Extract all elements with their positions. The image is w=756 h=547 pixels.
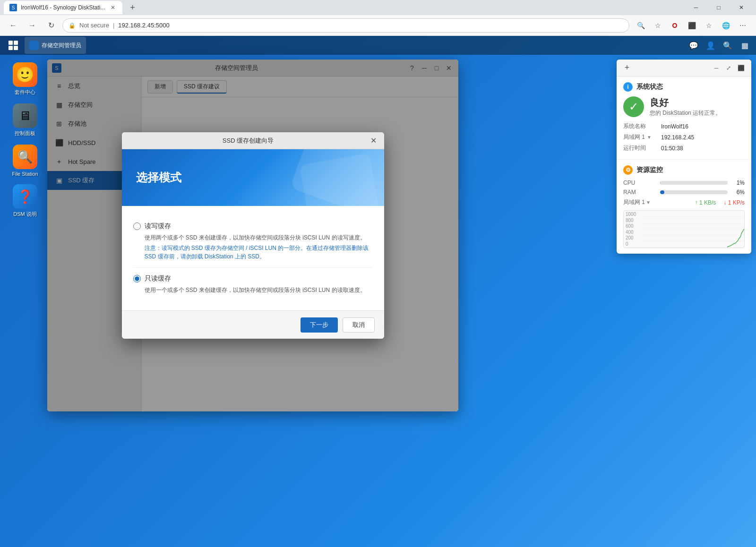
chart-label-200: 200 [626, 235, 636, 240]
address-bar[interactable]: 🔒 Not secure | 192.168.2.45:5000 [62, 18, 629, 33]
resource-section: ⚙ 资源监控 CPU 1% RAM 6% 局域网 1 ▼ [617, 160, 751, 254]
back-button[interactable]: ← [6, 18, 21, 33]
lock-icon: 🔒 [69, 22, 76, 29]
new-tab-button[interactable]: + [126, 1, 139, 14]
ram-bar-container [660, 190, 728, 194]
wizard-body: 读写缓存 使用两个或多个 SSD 来创建缓存，以加快存储空间或段落分块 iSCS… [122, 206, 384, 310]
maximize-button[interactable]: □ [708, 0, 730, 15]
status-good-text: 良好 [650, 96, 721, 109]
package-center-icon[interactable]: 🙂 套件中心 [4, 60, 46, 99]
refresh-button[interactable]: ↻ [43, 18, 59, 33]
lan-label: 局域网 1 ▼ [623, 133, 661, 141]
status-good-sub: 您的 DiskStation 运转正常。 [650, 109, 721, 117]
cpu-bar [660, 181, 661, 185]
cpu-percent: 1% [731, 179, 745, 186]
storage-app-icon [29, 41, 39, 50]
taskbar-storage-app[interactable]: 存储空间管理员 [25, 37, 86, 54]
lan-row: 局域网 1 ▼ 192.168.2.45 [623, 132, 745, 143]
dsm-help-label: DSM 说明 [13, 211, 37, 218]
status-good-text-area: 良好 您的 DiskStation 运转正常。 [650, 96, 721, 117]
system-status-section: i 系统状态 ✓ 良好 您的 DiskStation 运转正常。 系统名称 Ir… [617, 77, 751, 160]
user-icon[interactable]: 👤 [703, 38, 718, 53]
network-label[interactable]: 局域网 1 ▼ [623, 198, 651, 206]
desktop-icons-area: 🙂 套件中心 🖥 控制面板 🔍 File Station ❓ DSM 说明 [4, 60, 46, 221]
chart-label-400: 400 [626, 230, 636, 235]
resource-icon: ⚙ [623, 165, 633, 175]
dsm-logo-button[interactable] [4, 36, 23, 55]
chart-label-0: 0 [626, 241, 636, 247]
system-status-panel: + ─ ⤢ ⬛ i 系统状态 ✓ 良好 您的 DiskStation 运转正常。 [617, 60, 751, 254]
chart-label-1000: 1000 [626, 212, 636, 217]
ram-bar [660, 190, 664, 194]
ssd-wizard-dialog: SSD 缓存创建向导 ✕ 选择模式 读写缓存 [122, 132, 384, 339]
read-only-label[interactable]: 只读缓存 [133, 274, 373, 283]
opera-icon[interactable]: O [667, 18, 682, 33]
network-chart: 1000 800 600 400 200 0 [623, 210, 745, 248]
network-label-text: 局域网 1 [623, 198, 645, 206]
status-panel-minimize-button[interactable]: ─ [711, 62, 722, 74]
browser-toolbar-icons: 🔍 ☆ O ⬛ ☆ 🌐 ⋯ [633, 18, 750, 33]
extension3-icon[interactable]: 🌐 [718, 18, 733, 33]
lan-dropdown-arrow: ▼ [647, 135, 652, 140]
control-panel-icon[interactable]: 🖥 控制面板 [4, 101, 46, 140]
lan-value: 192.168.2.45 [661, 134, 745, 141]
chat-icon[interactable]: 💬 [686, 38, 701, 53]
status-panel-add-button[interactable]: + [621, 62, 633, 74]
info-icon: i [623, 82, 633, 92]
cpu-label: CPU [623, 179, 656, 186]
dsm-help-img: ❓ [13, 184, 37, 209]
wizard-close-button[interactable]: ✕ [369, 136, 378, 145]
search-icon[interactable]: 🔍 [633, 18, 648, 33]
read-write-label[interactable]: 读写缓存 [133, 222, 373, 231]
browser-tab[interactable]: S IronWolf16 - Synology DiskStati... ✕ [4, 1, 122, 14]
network-row: 局域网 1 ▼ ↑ 1 KB/s ↓ 1 KP/s [623, 198, 745, 206]
minimize-button[interactable]: ─ [685, 0, 707, 15]
tab-close-button[interactable]: ✕ [109, 4, 117, 11]
wizard-header-title: 选择模式 [136, 170, 181, 185]
bookmark-icon[interactable]: ☆ [650, 18, 665, 33]
cpu-bar-container [660, 181, 728, 185]
status-panel-dock-button[interactable]: ⬛ [735, 62, 747, 74]
read-write-text: 读写缓存 [145, 222, 171, 231]
status-panel-expand-button[interactable]: ⤢ [723, 62, 734, 74]
ram-label: RAM [623, 189, 656, 196]
extension1-icon[interactable]: ⬛ [684, 18, 699, 33]
status-panel-controls: ─ ⤢ ⬛ [711, 62, 747, 74]
wizard-footer: 下一步 取消 [122, 310, 384, 339]
wizard-header-decoration [266, 149, 384, 206]
dsm-desktop: 存储空间管理员 💬 👤 🔍 ▦ 🙂 套件中心 🖥 控制面板 🔍 File Sta… [0, 36, 756, 547]
file-station-img: 🔍 [13, 145, 37, 169]
wizard-header: 选择模式 [122, 149, 384, 206]
close-button[interactable]: ✕ [730, 0, 752, 15]
system-name-label: 系统名称 [623, 122, 661, 130]
options-icon[interactable]: ▦ [737, 38, 752, 53]
file-station-icon[interactable]: 🔍 File Station [4, 142, 46, 179]
lan-dropdown[interactable]: 局域网 1 ▼ [623, 133, 661, 141]
browser-titlebar: S IronWolf16 - Synology DiskStati... ✕ +… [0, 0, 756, 15]
taskbar-right-area: 💬 👤 🔍 ▦ [686, 38, 752, 53]
browser-toolbar: ← → ↻ 🔒 Not secure | 192.168.2.45:5000 🔍… [0, 15, 756, 36]
dsm-logo-icon [8, 40, 19, 51]
chart-y-labels: 1000 800 600 400 200 0 [626, 211, 636, 248]
status-good-row: ✓ 良好 您的 DiskStation 运转正常。 [623, 96, 745, 117]
read-only-text: 只读缓存 [145, 274, 171, 283]
cancel-button[interactable]: 取消 [343, 317, 375, 333]
status-panel-header: + ─ ⤢ ⬛ [617, 60, 751, 77]
read-write-option: 读写缓存 使用两个或多个 SSD 来创建缓存，以加快存储空间或段落分块 iSCS… [133, 215, 373, 268]
address-url: 192.168.2.45:5000 [118, 22, 169, 29]
menu-icon[interactable]: ⋯ [735, 18, 750, 33]
extension2-icon[interactable]: ☆ [701, 18, 716, 33]
read-only-radio[interactable] [133, 275, 141, 282]
ram-row: RAM 6% [623, 189, 745, 196]
uptime-value: 01:50:38 [661, 145, 745, 152]
package-center-label: 套件中心 [15, 89, 35, 96]
read-write-radio[interactable] [133, 222, 141, 230]
status-good-icon: ✓ [623, 96, 644, 117]
chart-label-800: 800 [626, 218, 636, 223]
next-button[interactable]: 下一步 [301, 317, 338, 333]
network-down-value: ↓ 1 KP/s [723, 199, 745, 206]
forward-button[interactable]: → [25, 18, 40, 33]
dsm-help-icon[interactable]: ❓ DSM 说明 [4, 181, 46, 221]
search-taskbar-icon[interactable]: 🔍 [720, 38, 735, 53]
read-write-desc: 使用两个或多个 SSD 来创建缓存，以加快存储空间或段落分块 iSCSI LUN… [133, 233, 373, 242]
